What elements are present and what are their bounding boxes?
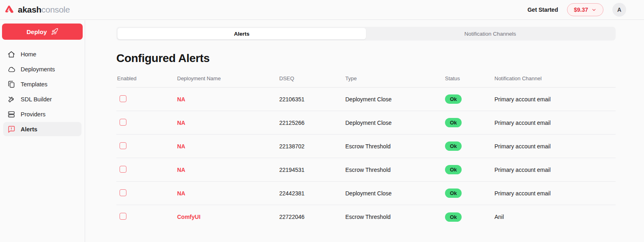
sidebar-item-alerts[interactable]: Alerts	[3, 122, 81, 136]
deployment-name-link[interactable]: NA	[177, 96, 185, 103]
enabled-cell	[116, 213, 176, 221]
type-cell: Deployment Close	[344, 96, 444, 103]
status-badge: Ok	[445, 212, 462, 222]
notification-channel-cell: Primary account email	[494, 120, 616, 126]
alerts-table-body: NA 22106351 Deployment Close Ok Primary …	[116, 88, 616, 229]
status-badge: Ok	[445, 141, 462, 151]
alerts-tabstrip: Alerts Notification Channels	[116, 27, 616, 41]
type-cell: Escrow Threshold	[344, 143, 444, 150]
main-content: Alerts Notification Channels Configured …	[85, 20, 644, 242]
column-header-notification-channel: Notification Channel	[494, 71, 616, 87]
notification-channel-cell: Primary account email	[494, 190, 616, 197]
logo-wordmark: akashconsole	[18, 5, 70, 15]
sidebar-item-label: Templates	[21, 81, 47, 88]
dseq-cell: 22194531	[278, 167, 344, 173]
deployment-name-link[interactable]: NA	[177, 167, 185, 173]
enabled-checkbox[interactable]	[120, 213, 126, 220]
status-badge: Ok	[445, 94, 462, 104]
sidebar: Deploy Home Deployments	[0, 20, 85, 242]
sidebar-item-label: Providers	[21, 111, 45, 118]
deployment-name-link[interactable]: NA	[177, 190, 185, 197]
enabled-checkbox[interactable]	[120, 95, 126, 102]
sidebar-item-home[interactable]: Home	[3, 47, 81, 61]
deployment-name-cell: NA	[176, 190, 278, 197]
user-avatar[interactable]: A	[612, 3, 626, 17]
column-header-enabled: Enabled	[116, 71, 176, 87]
alert-icon	[7, 125, 15, 133]
status-badge: Ok	[445, 118, 462, 127]
enabled-cell	[116, 189, 176, 197]
deploy-button[interactable]: Deploy	[2, 24, 83, 40]
deploy-button-label: Deploy	[26, 28, 47, 35]
table-row: NA 22442381 Deployment Close Ok Primary …	[116, 182, 616, 205]
table-header-row: Enabled Deployment Name DSEQ Type Status…	[116, 71, 616, 88]
dseq-cell: 22106351	[278, 96, 344, 103]
status-cell: Ok	[444, 94, 494, 104]
notification-channel-cell: Anil	[494, 214, 616, 220]
sidebar-item-label: SDL Builder	[21, 96, 52, 103]
column-header-type: Type	[344, 71, 444, 87]
deployment-name-cell: NA	[176, 120, 278, 126]
logo-brand-light: console	[41, 5, 70, 14]
sidebar-item-providers[interactable]: Providers	[3, 107, 81, 121]
sidebar-item-label: Deployments	[21, 66, 55, 73]
enabled-checkbox[interactable]	[120, 189, 126, 196]
tab-notification-channels[interactable]: Notification Channels	[366, 28, 614, 39]
akash-console-logo[interactable]: akashconsole	[4, 4, 70, 15]
status-cell: Ok	[444, 212, 494, 222]
type-cell: Deployment Close	[344, 190, 444, 197]
topbar-right-group: Get Started $9.37 A	[527, 3, 626, 17]
dseq-cell: 22442381	[278, 190, 344, 197]
templates-icon	[7, 80, 15, 88]
top-header: akashconsole Get Started $9.37 A	[0, 0, 644, 20]
dseq-cell: 22138702	[278, 143, 344, 150]
column-header-deployment-name: Deployment Name	[176, 71, 278, 87]
status-cell: Ok	[444, 165, 494, 174]
enabled-cell	[116, 119, 176, 127]
table-row: NA 22125266 Deployment Close Ok Primary …	[116, 111, 616, 135]
column-header-dseq: DSEQ	[278, 71, 344, 87]
deployment-name-cell: ComfyUI	[176, 214, 278, 220]
tab-alerts[interactable]: Alerts	[118, 28, 366, 39]
wallet-balance-dropdown[interactable]: $9.37	[567, 3, 603, 16]
type-cell: Escrow Threshold	[344, 214, 444, 220]
status-cell: Ok	[444, 188, 494, 198]
enabled-cell	[116, 166, 176, 174]
rocket-icon	[51, 28, 58, 35]
sidebar-item-label: Home	[21, 51, 36, 58]
type-cell: Escrow Threshold	[344, 167, 444, 173]
type-cell: Deployment Close	[344, 120, 444, 126]
tools-icon	[7, 95, 15, 103]
get-started-link[interactable]: Get Started	[527, 6, 558, 13]
status-cell: Ok	[444, 141, 494, 151]
sidebar-item-templates[interactable]: Templates	[3, 77, 81, 91]
dseq-cell: 22125266	[278, 120, 344, 126]
deployment-name-link[interactable]: NA	[177, 120, 185, 126]
page-title: Configured Alerts	[116, 52, 616, 65]
akash-logo-icon	[4, 4, 15, 15]
enabled-checkbox[interactable]	[120, 142, 126, 149]
deployment-name-link[interactable]: NA	[177, 143, 185, 150]
logo-brand-bold: akash	[18, 5, 41, 14]
enabled-cell	[116, 95, 176, 103]
enabled-checkbox[interactable]	[120, 166, 126, 173]
configured-alerts-table: Enabled Deployment Name DSEQ Type Status…	[116, 71, 616, 229]
table-row: ComfyUI 22722046 Escrow Threshold Ok Ani…	[116, 205, 616, 229]
status-cell: Ok	[444, 118, 494, 127]
sidebar-item-label: Alerts	[21, 126, 37, 133]
dseq-cell: 22722046	[278, 214, 344, 220]
enabled-checkbox[interactable]	[120, 119, 126, 126]
deployment-name-link[interactable]: ComfyUI	[177, 214, 201, 220]
sidebar-item-sdl-builder[interactable]: SDL Builder	[3, 92, 81, 106]
chevron-down-icon	[591, 7, 597, 13]
sidebar-item-deployments[interactable]: Deployments	[3, 62, 81, 76]
enabled-cell	[116, 142, 176, 150]
cloud-icon	[7, 65, 15, 73]
deployment-name-cell: NA	[176, 96, 278, 103]
deployment-name-cell: NA	[176, 143, 278, 150]
server-icon	[7, 110, 15, 118]
home-icon	[7, 50, 15, 58]
avatar-initial: A	[617, 6, 621, 13]
notification-channel-cell: Primary account email	[494, 96, 616, 103]
status-badge: Ok	[445, 165, 462, 174]
